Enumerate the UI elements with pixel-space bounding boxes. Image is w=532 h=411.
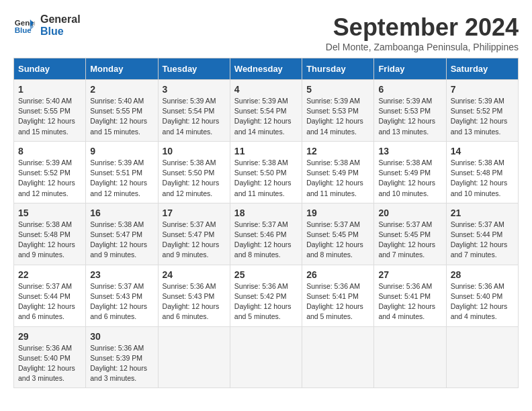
subtitle: Del Monte, Zamboanga Peninsula, Philippi… bbox=[326, 42, 519, 52]
week-row-3: 15 Sunrise: 5:38 AM Sunset: 5:48 PM Dayl… bbox=[14, 203, 519, 265]
day-number: 26 bbox=[306, 269, 369, 280]
table-row: 19 Sunrise: 5:37 AM Sunset: 5:45 PM Dayl… bbox=[302, 203, 374, 265]
day-info: Sunrise: 5:38 AM Sunset: 5:49 PM Dayligh… bbox=[306, 158, 369, 199]
table-row: 5 Sunrise: 5:39 AM Sunset: 5:53 PM Dayli… bbox=[302, 80, 374, 142]
table-row: 30 Sunrise: 5:36 AM Sunset: 5:39 PM Dayl… bbox=[86, 326, 158, 388]
svg-text:Blue: Blue bbox=[15, 26, 32, 34]
day-info: Sunrise: 5:37 AM Sunset: 5:46 PM Dayligh… bbox=[234, 220, 298, 261]
table-row bbox=[446, 326, 518, 388]
day-number: 30 bbox=[90, 331, 153, 342]
table-row: 3 Sunrise: 5:39 AM Sunset: 5:54 PM Dayli… bbox=[158, 80, 230, 142]
day-info: Sunrise: 5:39 AM Sunset: 5:51 PM Dayligh… bbox=[90, 158, 153, 199]
table-row: 17 Sunrise: 5:37 AM Sunset: 5:47 PM Dayl… bbox=[158, 203, 230, 265]
day-info: Sunrise: 5:38 AM Sunset: 5:49 PM Dayligh… bbox=[378, 158, 441, 199]
day-info: Sunrise: 5:39 AM Sunset: 5:52 PM Dayligh… bbox=[18, 158, 81, 199]
day-number: 28 bbox=[451, 269, 514, 280]
table-row: 16 Sunrise: 5:38 AM Sunset: 5:47 PM Dayl… bbox=[86, 203, 158, 265]
col-tuesday: Tuesday bbox=[158, 58, 230, 80]
table-row: 6 Sunrise: 5:39 AM Sunset: 5:53 PM Dayli… bbox=[374, 80, 446, 142]
table-row: 2 Sunrise: 5:40 AM Sunset: 5:55 PM Dayli… bbox=[86, 80, 158, 142]
day-number: 22 bbox=[18, 269, 81, 280]
day-info: Sunrise: 5:38 AM Sunset: 5:47 PM Dayligh… bbox=[90, 220, 153, 261]
table-row: 18 Sunrise: 5:37 AM Sunset: 5:46 PM Dayl… bbox=[230, 203, 302, 265]
day-info: Sunrise: 5:38 AM Sunset: 5:48 PM Dayligh… bbox=[451, 158, 514, 199]
day-info: Sunrise: 5:37 AM Sunset: 5:45 PM Dayligh… bbox=[378, 220, 441, 261]
logo: General Blue General Blue bbox=[13, 13, 81, 38]
day-info: Sunrise: 5:36 AM Sunset: 5:40 PM Dayligh… bbox=[451, 281, 514, 322]
day-number: 27 bbox=[378, 269, 441, 280]
table-row: 26 Sunrise: 5:36 AM Sunset: 5:41 PM Dayl… bbox=[302, 265, 374, 326]
day-info: Sunrise: 5:40 AM Sunset: 5:55 PM Dayligh… bbox=[90, 96, 153, 137]
day-info: Sunrise: 5:37 AM Sunset: 5:44 PM Dayligh… bbox=[18, 281, 81, 322]
col-wednesday: Wednesday bbox=[230, 58, 302, 80]
week-row-5: 29 Sunrise: 5:36 AM Sunset: 5:40 PM Dayl… bbox=[14, 326, 519, 388]
col-sunday: Sunday bbox=[14, 58, 86, 80]
table-row: 14 Sunrise: 5:38 AM Sunset: 5:48 PM Dayl… bbox=[446, 141, 518, 203]
day-info: Sunrise: 5:36 AM Sunset: 5:43 PM Dayligh… bbox=[163, 281, 226, 322]
table-row bbox=[158, 326, 230, 388]
table-row: 21 Sunrise: 5:37 AM Sunset: 5:44 PM Dayl… bbox=[446, 203, 518, 265]
table-row: 20 Sunrise: 5:37 AM Sunset: 5:45 PM Dayl… bbox=[374, 203, 446, 265]
day-number: 14 bbox=[451, 146, 514, 156]
day-info: Sunrise: 5:39 AM Sunset: 5:54 PM Dayligh… bbox=[163, 96, 226, 137]
table-row: 15 Sunrise: 5:38 AM Sunset: 5:48 PM Dayl… bbox=[14, 203, 86, 265]
table-row: 8 Sunrise: 5:39 AM Sunset: 5:52 PM Dayli… bbox=[14, 141, 86, 203]
day-info: Sunrise: 5:37 AM Sunset: 5:43 PM Dayligh… bbox=[90, 281, 153, 322]
table-row: 12 Sunrise: 5:38 AM Sunset: 5:49 PM Dayl… bbox=[302, 141, 374, 203]
table-row: 25 Sunrise: 5:36 AM Sunset: 5:42 PM Dayl… bbox=[230, 265, 302, 326]
day-number: 17 bbox=[163, 208, 226, 218]
logo-general: General bbox=[40, 13, 81, 26]
calendar-table: Sunday Monday Tuesday Wednesday Thursday… bbox=[13, 58, 519, 388]
logo-blue: Blue bbox=[40, 26, 81, 38]
table-row: 11 Sunrise: 5:38 AM Sunset: 5:50 PM Dayl… bbox=[230, 141, 302, 203]
table-row bbox=[230, 326, 302, 388]
day-info: Sunrise: 5:36 AM Sunset: 5:42 PM Dayligh… bbox=[234, 281, 298, 322]
day-number: 8 bbox=[18, 146, 81, 156]
day-info: Sunrise: 5:38 AM Sunset: 5:50 PM Dayligh… bbox=[234, 158, 298, 199]
day-info: Sunrise: 5:37 AM Sunset: 5:47 PM Dayligh… bbox=[163, 220, 226, 261]
day-number: 24 bbox=[163, 269, 226, 280]
col-saturday: Saturday bbox=[446, 58, 518, 80]
table-row: 24 Sunrise: 5:36 AM Sunset: 5:43 PM Dayl… bbox=[158, 265, 230, 326]
day-number: 12 bbox=[306, 146, 369, 156]
day-info: Sunrise: 5:38 AM Sunset: 5:48 PM Dayligh… bbox=[18, 220, 81, 261]
day-info: Sunrise: 5:40 AM Sunset: 5:55 PM Dayligh… bbox=[18, 96, 81, 137]
table-row: 13 Sunrise: 5:38 AM Sunset: 5:49 PM Dayl… bbox=[374, 141, 446, 203]
day-number: 20 bbox=[378, 208, 441, 218]
day-info: Sunrise: 5:37 AM Sunset: 5:44 PM Dayligh… bbox=[451, 220, 514, 261]
title-section: September 2024 Del Monte, Zamboanga Peni… bbox=[326, 13, 519, 52]
logo-icon: General Blue bbox=[13, 15, 35, 36]
table-row: 29 Sunrise: 5:36 AM Sunset: 5:40 PM Dayl… bbox=[14, 326, 86, 388]
day-number: 10 bbox=[163, 146, 226, 156]
month-title: September 2024 bbox=[326, 13, 519, 42]
day-number: 25 bbox=[234, 269, 298, 280]
calendar-body: 1 Sunrise: 5:40 AM Sunset: 5:55 PM Dayli… bbox=[14, 80, 519, 388]
day-number: 3 bbox=[163, 84, 226, 95]
day-info: Sunrise: 5:38 AM Sunset: 5:50 PM Dayligh… bbox=[163, 158, 226, 199]
day-number: 1 bbox=[18, 84, 81, 95]
day-info: Sunrise: 5:39 AM Sunset: 5:54 PM Dayligh… bbox=[234, 96, 298, 137]
day-number: 9 bbox=[90, 146, 153, 156]
day-number: 5 bbox=[306, 84, 369, 95]
day-number: 19 bbox=[306, 208, 369, 218]
week-row-4: 22 Sunrise: 5:37 AM Sunset: 5:44 PM Dayl… bbox=[14, 265, 519, 326]
day-info: Sunrise: 5:39 AM Sunset: 5:52 PM Dayligh… bbox=[451, 96, 514, 137]
table-row: 23 Sunrise: 5:37 AM Sunset: 5:43 PM Dayl… bbox=[86, 265, 158, 326]
week-row-1: 1 Sunrise: 5:40 AM Sunset: 5:55 PM Dayli… bbox=[14, 80, 519, 142]
header-row: Sunday Monday Tuesday Wednesday Thursday… bbox=[14, 58, 519, 80]
day-number: 16 bbox=[90, 208, 153, 218]
day-info: Sunrise: 5:36 AM Sunset: 5:41 PM Dayligh… bbox=[306, 281, 369, 322]
week-row-2: 8 Sunrise: 5:39 AM Sunset: 5:52 PM Dayli… bbox=[14, 141, 519, 203]
day-number: 15 bbox=[18, 208, 81, 218]
day-info: Sunrise: 5:36 AM Sunset: 5:40 PM Dayligh… bbox=[18, 343, 81, 384]
day-number: 13 bbox=[378, 146, 441, 156]
day-info: Sunrise: 5:36 AM Sunset: 5:41 PM Dayligh… bbox=[378, 281, 441, 322]
day-info: Sunrise: 5:36 AM Sunset: 5:39 PM Dayligh… bbox=[90, 343, 153, 384]
day-number: 6 bbox=[378, 84, 441, 95]
day-info: Sunrise: 5:37 AM Sunset: 5:45 PM Dayligh… bbox=[306, 220, 369, 261]
day-number: 23 bbox=[90, 269, 153, 280]
day-number: 4 bbox=[234, 84, 298, 95]
table-row: 9 Sunrise: 5:39 AM Sunset: 5:51 PM Dayli… bbox=[86, 141, 158, 203]
table-row: 27 Sunrise: 5:36 AM Sunset: 5:41 PM Dayl… bbox=[374, 265, 446, 326]
day-info: Sunrise: 5:39 AM Sunset: 5:53 PM Dayligh… bbox=[378, 96, 441, 137]
